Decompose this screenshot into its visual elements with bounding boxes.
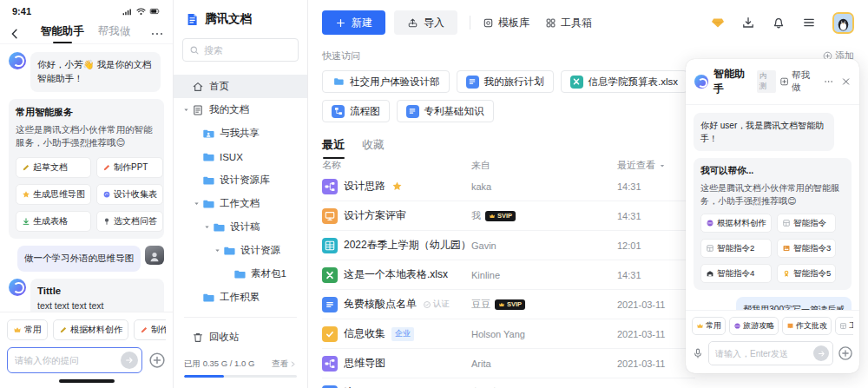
quick-access-item[interactable]: 信息学院预算表.xlsx xyxy=(561,70,688,93)
assistant-service-chips: 根据材料创作 智能指令 智能指令2 智能指令3 智能指令4 智能指令5 xyxy=(700,214,845,283)
user-message: 帮我用300字写一篇读后感 xyxy=(736,297,852,310)
mic-icon[interactable] xyxy=(692,347,704,359)
toolbox-button[interactable]: 工具箱 xyxy=(545,16,592,30)
assistant-shortcut-chips: 常用 旅游攻略 作文批改 工作周报 xyxy=(692,317,853,335)
message-input-box[interactable] xyxy=(7,347,142,373)
send-button[interactable] xyxy=(121,352,138,369)
download-icon[interactable] xyxy=(741,16,755,30)
last-viewed-time: 2021-03-11 xyxy=(617,329,695,339)
sidebar-item[interactable]: ISUX xyxy=(174,145,307,168)
sidebar-item[interactable]: 设计资源库 xyxy=(174,168,307,192)
quick-access-item[interactable]: 我的旅行计划 xyxy=(457,70,554,93)
service-chip[interactable]: 制作PPT xyxy=(134,319,166,340)
quick-access-item[interactable]: 社交用户体验设计部 xyxy=(322,70,450,93)
vip-icon[interactable] xyxy=(711,16,725,30)
document-row[interactable]: 2022春季上学期（幼儿园） Gavin 12:01 xyxy=(322,231,695,260)
document-row[interactable]: 信息收集 企业 Holson Yang 2021-03-11 xyxy=(322,319,695,349)
send-button[interactable] xyxy=(813,345,829,361)
service-chip[interactable]: 常用 xyxy=(692,317,726,335)
quick-access-item[interactable]: 流程图 xyxy=(322,100,390,122)
service-chip[interactable]: 智能指令4 xyxy=(700,264,772,283)
service-chip[interactable]: 选文档问答 xyxy=(96,211,163,232)
help-me-do-button[interactable]: 帮我做 xyxy=(779,69,818,94)
service-chip[interactable]: 工作周报 xyxy=(835,317,853,335)
chip-icon xyxy=(733,322,741,330)
search-input[interactable] xyxy=(204,45,292,56)
sidebar-item[interactable]: 我的文档 xyxy=(174,98,307,122)
service-chip[interactable]: 根据材料创作 xyxy=(700,214,772,233)
service-chip[interactable]: 制作PPT xyxy=(96,157,163,178)
quick-access-item[interactable]: 专利基础知识 xyxy=(397,100,494,122)
service-chip[interactable]: 起草文档 xyxy=(16,157,91,178)
tab-favorites[interactable]: 收藏 xyxy=(362,137,385,159)
assistant-composer: 常用 旅游攻略 作文批改 工作周报 xyxy=(686,310,859,373)
tab-recent[interactable]: 最近 xyxy=(322,137,345,159)
service-chip[interactable]: 智能指令3 xyxy=(777,239,836,258)
tab-help-me-do[interactable]: 帮我做 xyxy=(98,24,131,43)
document-row[interactable]: 设计思路 kaka 14:31 xyxy=(322,172,695,201)
sidebar-item-icon xyxy=(202,151,214,163)
service-chip[interactable]: 作文批改 xyxy=(782,317,832,335)
chip-label: 智能指令2 xyxy=(717,243,754,254)
sidebar-item[interactable]: 与我共享 xyxy=(174,122,307,145)
user-message: 做一个学习外语的思维导图 xyxy=(17,246,141,272)
tab-smart-assistant[interactable]: 智能助手 xyxy=(41,24,84,43)
import-icon xyxy=(407,17,418,29)
column-last-viewed[interactable]: 最近查看 xyxy=(617,159,695,172)
service-chip[interactable]: 根据材料创作 xyxy=(53,319,128,340)
notifications-icon[interactable] xyxy=(772,16,786,30)
sidebar-item[interactable]: 设计稿 xyxy=(174,215,307,239)
document-row[interactable]: 这是一个本地表格.xlsx Kinline 14:31 xyxy=(322,260,695,290)
service-chip[interactable]: 智能指令2 xyxy=(700,239,772,258)
column-name: 名称 xyxy=(322,159,471,172)
brand-name: 腾讯文档 xyxy=(205,11,252,27)
service-chip[interactable]: 生成思维导图 xyxy=(16,184,91,205)
last-viewed-time: 2021-03-11 xyxy=(617,358,695,369)
assistant-input-box[interactable] xyxy=(708,341,833,365)
document-row[interactable]: 设计方案评审 我 SVIP 14:31 xyxy=(322,201,695,231)
service-chip[interactable]: 常用 xyxy=(7,319,48,340)
document-row[interactable]: 免费核酸点名单 认证 豆豆 SVIP 2021-03-11 xyxy=(322,290,695,319)
quick-access-label: 社交用户体验设计部 xyxy=(350,76,440,89)
chip-label: 生成思维导图 xyxy=(33,188,85,201)
attach-button[interactable] xyxy=(148,352,166,369)
card-desc: 这些是腾讯文档小伙伴常用的智能服务，小助手强烈推荐哦😊 xyxy=(700,181,845,207)
template-library-button[interactable]: 模板库 xyxy=(483,16,529,30)
app-root: 9:41 智能助手 帮我做 你好，小芳👋 我是你的文档智能助手！ 常用智能服务 xyxy=(0,0,868,388)
star-icon[interactable] xyxy=(391,181,403,192)
close-icon[interactable] xyxy=(841,76,851,87)
more-icon[interactable] xyxy=(150,27,164,41)
file-type-icon xyxy=(322,208,338,224)
attach-button[interactable] xyxy=(838,345,853,361)
service-chip[interactable]: 生成表格 xyxy=(16,211,91,232)
service-chip[interactable]: 智能指令5 xyxy=(777,264,836,283)
sidebar-item[interactable]: 工作文档 xyxy=(174,192,307,215)
expand-arrow-icon[interactable] xyxy=(182,106,190,114)
sidebar-item[interactable]: 素材包1 xyxy=(174,262,307,286)
service-chip[interactable]: 智能指令 xyxy=(777,214,836,233)
sidebar-item-trash[interactable]: 回收站 xyxy=(174,326,307,349)
services-card-title: 常用智能服务 xyxy=(16,106,157,119)
expand-arrow-icon[interactable] xyxy=(193,200,201,207)
import-button[interactable]: 导入 xyxy=(394,10,457,35)
storage-view-link[interactable]: 查看 xyxy=(272,358,297,370)
sidebar-item[interactable]: 设计资源 xyxy=(174,239,307,262)
search-box[interactable] xyxy=(182,38,299,62)
sidebar-item[interactable]: 首页 xyxy=(174,75,307,98)
account-avatar[interactable] xyxy=(832,12,854,34)
document-row[interactable]: 流程图 卡夫卡 2021-03-11 xyxy=(322,378,695,388)
new-button[interactable]: 新建 xyxy=(322,10,385,35)
chip-label: 制作PPT xyxy=(151,324,166,336)
sort-icon[interactable] xyxy=(658,161,667,170)
sidebar-item[interactable]: 工作积累 xyxy=(174,286,307,309)
back-icon[interactable] xyxy=(9,28,21,40)
sidebar-item-icon xyxy=(202,128,214,140)
file-type-icon xyxy=(322,326,338,342)
document-row[interactable]: 思维导图 Arita 2021-03-11 xyxy=(322,349,695,378)
expand-arrow-icon[interactable] xyxy=(203,223,211,231)
service-chip[interactable]: 旅游攻略 xyxy=(729,317,779,335)
service-chip[interactable]: 设计收集表 xyxy=(96,184,163,205)
menu-icon[interactable] xyxy=(802,16,816,30)
expand-arrow-icon[interactable] xyxy=(214,247,221,254)
more-icon[interactable] xyxy=(824,76,833,87)
